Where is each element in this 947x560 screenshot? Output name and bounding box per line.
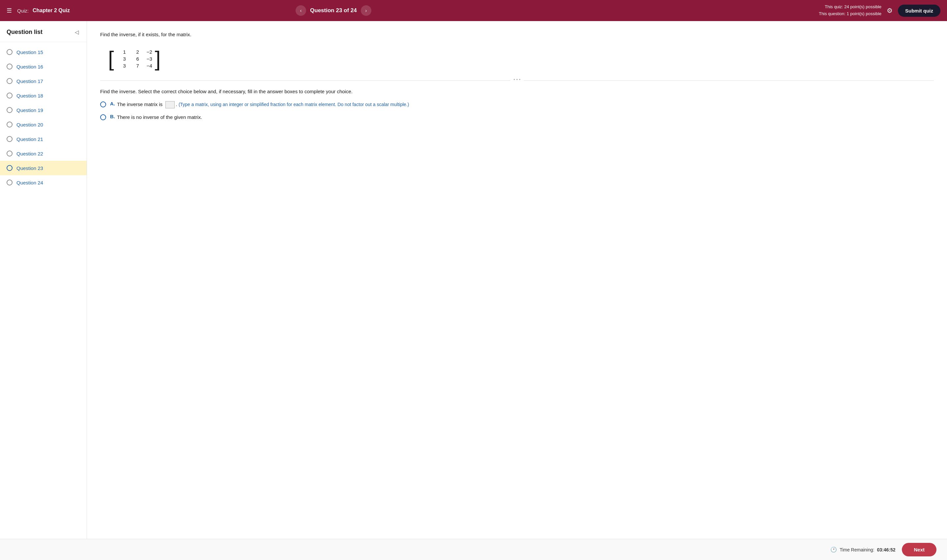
sidebar-radio-23	[6, 165, 12, 171]
sidebar-item-question-19[interactable]: Question 19	[0, 103, 87, 117]
collapse-sidebar-button[interactable]: ◁	[74, 28, 80, 37]
sidebar-item-question-18[interactable]: Question 18	[0, 88, 87, 103]
question-navigation: ‹ Question 23 of 24 ›	[296, 5, 371, 16]
sidebar-radio-24	[6, 180, 12, 185]
sidebar-item-question-20[interactable]: Question 20	[0, 117, 87, 132]
quiz-points: This quiz: 24 point(s) possible	[819, 4, 881, 11]
sidebar-label-17: Question 17	[17, 78, 43, 84]
sidebar-title: Question list	[6, 29, 43, 35]
answer-letter-b: B.	[110, 114, 115, 119]
settings-button[interactable]: ⚙	[887, 6, 893, 14]
quiz-title: Chapter 2 Quiz	[32, 8, 70, 14]
matrix-cell: 3	[117, 63, 126, 69]
next-button[interactable]: Next	[902, 543, 936, 556]
next-question-button[interactable]: ›	[361, 5, 371, 16]
footer: 🕐 Time Remaining: 03:46:52 Next	[0, 539, 947, 560]
question-points: This question: 1 point(s) possible	[819, 11, 881, 17]
points-info: This quiz: 24 point(s) possible This que…	[819, 4, 881, 17]
sidebar-item-question-17[interactable]: Question 17	[0, 74, 87, 88]
matrix-cell: 7	[130, 63, 139, 69]
sidebar-radio-15	[6, 49, 12, 55]
sidebar-label-18: Question 18	[17, 93, 43, 98]
sidebar-label-16: Question 16	[17, 64, 43, 69]
matrix-cell: 1	[117, 49, 126, 55]
sidebar-header: Question list ◁	[0, 21, 87, 42]
sidebar-radio-16	[6, 63, 12, 69]
select-prompt: Find the inverse. Select the correct cho…	[100, 89, 934, 94]
time-label: Time Remaining:	[839, 547, 874, 552]
question-prompt: Find the inverse, if it exists, for the …	[100, 32, 934, 37]
main-layout: Question list ◁ Question 15 Question 16 …	[0, 21, 947, 539]
time-value: 03:46:52	[877, 547, 895, 552]
answer-text-a: The inverse matrix is . (Type a matrix, …	[117, 101, 409, 108]
sidebar: Question list ◁ Question 15 Question 16 …	[0, 21, 87, 539]
matrix-cell: 6	[130, 56, 139, 62]
right-bracket: ]	[155, 48, 161, 69]
answer-label-a: A. The inverse matrix is . (Type a matri…	[110, 101, 409, 108]
sidebar-item-question-21[interactable]: Question 21	[0, 132, 87, 146]
sidebar-label-22: Question 22	[17, 151, 43, 157]
header-right: This quiz: 24 point(s) possible This que…	[819, 4, 941, 17]
prev-question-button[interactable]: ‹	[296, 5, 306, 16]
sidebar-item-question-24[interactable]: Question 24	[0, 175, 87, 190]
matrix-cell: −3	[143, 56, 152, 62]
left-bracket: [	[108, 48, 114, 69]
radio-option-b[interactable]	[100, 114, 106, 120]
answer-options: A. The inverse matrix is . (Type a matri…	[100, 101, 934, 121]
question-list: Question 15 Question 16 Question 17 Ques…	[0, 42, 87, 192]
matrix-values: 12−236−337−4	[114, 48, 155, 70]
answer-hint-a: (Type a matrix, using an integer or simp…	[179, 102, 409, 107]
sidebar-radio-18	[6, 92, 12, 98]
matrix-cell: −4	[143, 63, 152, 69]
sidebar-radio-17	[6, 78, 12, 84]
sidebar-label-20: Question 20	[17, 122, 43, 128]
sidebar-item-question-16[interactable]: Question 16	[0, 59, 87, 74]
clock-icon: 🕐	[830, 546, 837, 553]
question-counter: Question 23 of 24	[310, 7, 357, 14]
sidebar-radio-22	[6, 151, 12, 157]
matrix-cell: 3	[117, 56, 126, 62]
sidebar-radio-19	[6, 107, 12, 113]
sidebar-radio-20	[6, 122, 12, 128]
matrix-cell: 2	[130, 49, 139, 55]
sidebar-label-15: Question 15	[17, 49, 43, 55]
sidebar-item-question-15[interactable]: Question 15	[0, 45, 87, 59]
sidebar-label-21: Question 21	[17, 136, 43, 142]
sidebar-item-question-22[interactable]: Question 22	[0, 146, 87, 161]
matrix-answer-input[interactable]	[165, 101, 175, 108]
sidebar-label-24: Question 24	[17, 180, 43, 185]
submit-quiz-button[interactable]: Submit quiz	[898, 5, 941, 17]
sidebar-item-question-23[interactable]: Question 23	[0, 161, 87, 175]
matrix-display: [ 12−236−337−4 ]	[108, 48, 161, 70]
answer-text-b: There is no inverse of the given matrix.	[117, 114, 202, 121]
menu-icon[interactable]: ☰	[6, 7, 12, 14]
answer-option-a[interactable]: A. The inverse matrix is . (Type a matri…	[100, 101, 934, 108]
sidebar-label-23: Question 23	[17, 165, 43, 171]
answer-letter-a: A.	[110, 101, 115, 106]
sidebar-radio-21	[6, 136, 12, 142]
time-remaining: 🕐 Time Remaining: 03:46:52	[830, 546, 895, 553]
answer-label-b: B. There is no inverse of the given matr…	[110, 114, 202, 121]
quiz-label: Quiz:	[17, 8, 29, 14]
content-area: Find the inverse, if it exists, for the …	[87, 21, 947, 539]
answer-option-b[interactable]: B. There is no inverse of the given matr…	[100, 114, 934, 121]
radio-option-a[interactable]	[100, 102, 106, 108]
sidebar-label-19: Question 19	[17, 108, 43, 113]
divider-handle: • • •	[510, 77, 524, 82]
header: ☰ Quiz: Chapter 2 Quiz ‹ Question 23 of …	[0, 0, 947, 21]
matrix-cell: −2	[143, 49, 152, 55]
